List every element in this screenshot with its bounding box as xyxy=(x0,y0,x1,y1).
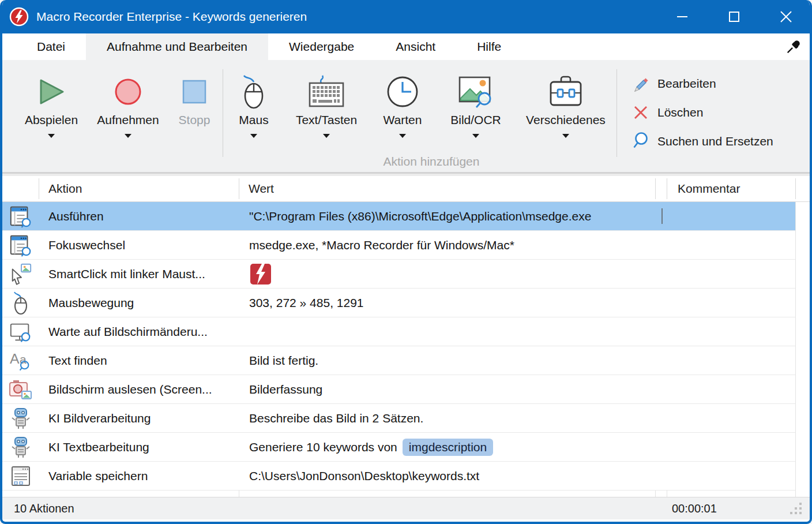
keyboard-icon xyxy=(307,73,345,111)
close-icon xyxy=(779,10,793,24)
pin-icon[interactable] xyxy=(785,39,802,55)
comment-cell[interactable] xyxy=(667,202,795,230)
variable-chip[interactable]: imgdescription xyxy=(403,439,493,456)
ai-robot-icon xyxy=(2,406,39,431)
column-header-wert[interactable]: Wert xyxy=(249,182,274,196)
column-header-kommentar[interactable]: Kommentar xyxy=(678,182,740,196)
action-cell: Fokuswechsel xyxy=(39,238,239,252)
screen-capture-icon xyxy=(2,377,39,402)
table-edge-line xyxy=(795,202,796,491)
pencil-icon xyxy=(632,74,653,93)
column-divider[interactable] xyxy=(655,178,656,199)
status-bar: 10 Aktionen 00:00:01 xyxy=(2,497,810,519)
chevron-down-icon xyxy=(125,134,131,138)
abspielen-button[interactable]: Abspielen xyxy=(13,60,90,172)
action-cell: Ausführen xyxy=(39,209,239,223)
minimize-button[interactable] xyxy=(656,0,708,33)
tab-wiedergabe[interactable]: Wiedergabe xyxy=(268,33,375,60)
table-row-ki-textbearbeitung[interactable]: KI Textbearbeitung Generiere 10 keywords… xyxy=(2,433,795,462)
action-cell: KI Textbearbeitung xyxy=(39,440,239,454)
focus-window-icon xyxy=(2,233,39,257)
resize-grip-icon[interactable] xyxy=(789,503,802,514)
tab-ansicht[interactable]: Ansicht xyxy=(375,33,456,60)
table-row-ki-bildverarbeitung[interactable]: KI Bildverarbeitung Beschreibe das Bild … xyxy=(2,404,795,433)
action-cell: KI Bildverarbeitung xyxy=(39,411,239,425)
comment-cell[interactable] xyxy=(667,433,795,461)
save-variable-icon xyxy=(2,464,39,488)
aufnehmen-button[interactable]: Aufnehmen xyxy=(90,60,166,172)
table-header: Aktion Wert Kommentar xyxy=(2,176,810,202)
value-cell: "C:\Program Files (x86)\Microsoft\Edge\A… xyxy=(239,209,667,223)
button-label: Aufnehmen xyxy=(97,113,159,127)
stopp-button[interactable]: Stopp xyxy=(166,60,223,172)
tab-hilfe[interactable]: Hilfe xyxy=(456,33,522,60)
delete-x-icon xyxy=(632,103,653,122)
table-row-fokuswechsel[interactable]: Fokuswechsel msedge.exe, *Macro Recorder… xyxy=(2,231,795,260)
comment-cell[interactable] xyxy=(667,317,795,346)
tab-label: Ansicht xyxy=(396,40,435,54)
macro-duration: 00:00:01 xyxy=(672,502,717,515)
button-label: Löschen xyxy=(657,106,703,119)
chevron-down-icon xyxy=(250,134,257,138)
button-label: Bearbeiten xyxy=(657,77,716,91)
column-divider[interactable] xyxy=(667,178,667,199)
macro-action-list: Aktion Wert Kommentar xyxy=(2,176,810,497)
ai-robot-icon xyxy=(2,435,39,459)
comment-cell[interactable] xyxy=(667,231,795,259)
action-cell: SmartClick mit linker Maust... xyxy=(39,267,239,281)
ribbon-toolbar: Abspielen Aufnehmen Stopp xyxy=(2,60,810,172)
loeschen-button[interactable]: Löschen xyxy=(632,98,773,127)
button-label: Suchen und Ersetzen xyxy=(657,134,773,148)
button-label: Stopp xyxy=(179,113,210,127)
chevron-down-icon xyxy=(399,134,406,138)
value-cell: Bilderfassung xyxy=(239,383,667,396)
find-text-icon: A a xyxy=(2,349,39,373)
wait-screen-change-icon xyxy=(2,320,39,344)
button-label: Verschiedenes xyxy=(526,113,606,127)
tab-aufnahme-und-bearbeiten[interactable]: Aufnahme und Bearbeiten xyxy=(86,33,268,60)
table-row-text-finden[interactable]: A a Text finden Bild ist fertig. xyxy=(2,346,795,375)
macro-recorder-logo xyxy=(249,262,272,286)
table-row-variable-speichern[interactable]: Variable speichern C:\Users\JonDonson\De… xyxy=(2,462,795,491)
action-cell: Warte auf Bildschirmänderu... xyxy=(39,325,239,339)
menu-tab-bar: Datei Aufnahme und Bearbeiten Wiedergabe… xyxy=(2,33,810,60)
play-icon xyxy=(36,73,66,111)
search-icon xyxy=(632,132,653,151)
table-row-bildschirm-auslesen[interactable]: Bildschirm auslesen (Screen... Bilderfas… xyxy=(2,375,795,404)
column-divider[interactable] xyxy=(239,178,239,199)
close-button[interactable] xyxy=(760,0,812,33)
comment-cell[interactable] xyxy=(667,346,795,375)
comment-cell[interactable] xyxy=(667,462,795,490)
column-header-aktion[interactable]: Aktion xyxy=(48,182,82,196)
chevron-down-icon xyxy=(562,134,569,138)
action-cell: Text finden xyxy=(39,354,239,368)
table-rows: Ausführen "C:\Program Files (x86)\Micros… xyxy=(2,202,810,491)
tab-datei[interactable]: Datei xyxy=(16,33,86,60)
table-row-warte-bildschirm[interactable]: Warte auf Bildschirmänderu... xyxy=(2,317,795,346)
tab-label: Hilfe xyxy=(477,40,501,54)
comment-cell[interactable] xyxy=(667,375,795,403)
comment-cell[interactable] xyxy=(667,289,795,317)
column-divider[interactable] xyxy=(795,178,796,199)
image-ocr-icon xyxy=(457,73,495,111)
svg-text:A: A xyxy=(10,350,20,366)
action-group-label: Aktion hinzufügen xyxy=(232,155,631,169)
table-footer-strip xyxy=(2,491,810,497)
run-program-icon xyxy=(2,204,39,229)
value-cell: msedge.exe, *Macro Recorder für Windows/… xyxy=(239,238,667,252)
table-row-mausbewegung[interactable]: Mausbewegung 303, 272 » 485, 1291 xyxy=(2,289,795,317)
chevron-down-icon xyxy=(472,134,479,138)
column-divider[interactable] xyxy=(39,178,39,199)
maximize-icon xyxy=(728,10,740,23)
table-row-ausfuehren[interactable]: Ausführen "C:\Program Files (x86)\Micros… xyxy=(2,202,795,231)
value-text: Generiere 10 keywords von xyxy=(249,440,397,454)
comment-cell[interactable] xyxy=(667,404,795,432)
suchen-und-ersetzen-button[interactable]: Suchen und Ersetzen xyxy=(632,127,773,156)
minimize-icon xyxy=(676,10,689,23)
edit-actions-panel: Bearbeiten Löschen Suche xyxy=(617,60,773,172)
maximize-button[interactable] xyxy=(708,0,760,33)
comment-cell[interactable] xyxy=(667,260,795,288)
bearbeiten-button[interactable]: Bearbeiten xyxy=(632,69,773,98)
stop-icon xyxy=(181,73,208,111)
table-row-smartclick[interactable]: SmartClick mit linker Maust... xyxy=(2,260,795,289)
